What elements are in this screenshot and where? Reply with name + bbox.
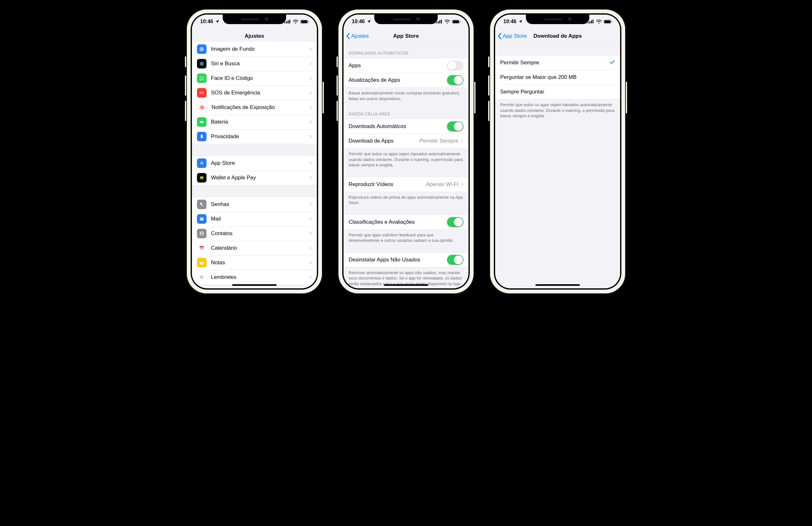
wallpaper-icon bbox=[197, 44, 206, 54]
faceid-icon bbox=[197, 74, 206, 83]
option-label: Sempre Perguntar bbox=[500, 89, 615, 95]
row-label: Downloads Automáticos bbox=[349, 123, 447, 130]
svg-rect-20 bbox=[200, 178, 204, 179]
settings-item-wallpaper[interactable]: Imagem de Fundo bbox=[192, 42, 317, 56]
row-label: Atualizações de Apps bbox=[349, 77, 447, 83]
svg-rect-30 bbox=[200, 261, 204, 262]
options-footer: Permitir que todos os apps sejam baixado… bbox=[495, 100, 620, 122]
svg-rect-47 bbox=[591, 20, 592, 24]
svg-rect-19 bbox=[200, 178, 204, 178]
chevron-right-icon bbox=[309, 61, 312, 66]
row-0-1[interactable]: Atualizações de Apps bbox=[344, 73, 468, 88]
chevron-right-icon bbox=[309, 275, 312, 280]
settings-group-1: App Store Wallet e Apple Pay bbox=[192, 155, 317, 185]
row-1-0[interactable]: Downloads Automáticos bbox=[344, 119, 468, 134]
back-label: App Store bbox=[503, 33, 527, 39]
chevron-right-icon bbox=[309, 246, 312, 250]
settings-item-label: Mail bbox=[211, 216, 309, 222]
home-indicator[interactable] bbox=[384, 284, 428, 286]
toggle-0-0[interactable] bbox=[447, 61, 463, 71]
settings-item-battery[interactable]: Bateria bbox=[192, 115, 317, 129]
nav-bar: Ajustes App Store bbox=[344, 29, 468, 44]
toggle-0-1[interactable] bbox=[447, 75, 463, 85]
toggle-1-0[interactable] bbox=[447, 121, 463, 132]
settings-item-mail[interactable]: Mail bbox=[192, 212, 317, 226]
settings-item-label: SOS de Emergência bbox=[211, 90, 309, 96]
section-group-4: Desinstalar Apps Não Usados bbox=[344, 252, 468, 268]
home-indicator[interactable] bbox=[232, 284, 277, 286]
settings-content[interactable]: Imagem de Fundo Siri e Busca Face ID e C… bbox=[192, 42, 317, 288]
back-button[interactable]: Ajustes bbox=[346, 29, 369, 44]
section-group-3: Classificações e Avaliações bbox=[344, 214, 468, 230]
download-options-content[interactable]: Permitir Sempre Perguntar se Maior que 2… bbox=[495, 44, 620, 288]
settings-item-passwords[interactable]: Senhas bbox=[192, 197, 317, 212]
battery-icon bbox=[604, 20, 612, 24]
section-footer-3: Permitir que apps solicitem feedback par… bbox=[344, 230, 468, 246]
settings-item-sos[interactable]: SOS SOS de Emergência bbox=[192, 86, 317, 100]
toggle-3-0[interactable] bbox=[447, 217, 463, 227]
svg-text:SOS: SOS bbox=[200, 92, 204, 94]
row-0-0[interactable]: Apps bbox=[344, 58, 468, 73]
wallet-icon bbox=[197, 173, 206, 182]
svg-rect-46 bbox=[589, 21, 590, 24]
appstore-content[interactable]: DOWNLOADS AUTOMÁTICOS Apps Atualizações … bbox=[344, 44, 468, 288]
back-button[interactable]: App Store bbox=[498, 29, 527, 44]
settings-item-exposure[interactable]: Notificações de Exposição bbox=[192, 100, 317, 115]
svg-point-8 bbox=[201, 48, 203, 50]
chevron-right-icon bbox=[461, 139, 463, 143]
status-time: 10:46 bbox=[503, 19, 517, 25]
settings-item-privacy[interactable]: Privacidade bbox=[192, 129, 317, 144]
notes-icon bbox=[197, 258, 206, 268]
settings-item-label: Contatos bbox=[211, 230, 309, 237]
settings-item-calendar[interactable]: Calendário bbox=[192, 241, 317, 255]
row-3-0[interactable]: Classificações e Avaliações bbox=[344, 215, 468, 229]
svg-point-37 bbox=[202, 277, 203, 278]
settings-item-notes[interactable]: Notas bbox=[192, 255, 317, 270]
settings-item-siri[interactable]: Siri e Busca bbox=[192, 56, 317, 71]
toggle-4-0[interactable] bbox=[447, 255, 463, 265]
option-1[interactable]: Perguntar se Maior que 200 MB bbox=[495, 70, 620, 85]
row-detail: Permitir Sempre bbox=[419, 138, 458, 144]
row-2-0[interactable]: Reproduzir Vídeos Apenas Wi-Fi bbox=[344, 177, 468, 192]
row-label: Download de Apps bbox=[349, 138, 419, 144]
svg-rect-44 bbox=[460, 21, 461, 22]
home-indicator[interactable] bbox=[535, 284, 580, 286]
settings-item-contacts[interactable]: Contatos bbox=[192, 226, 317, 241]
settings-item-wallet[interactable]: Wallet e Apple Pay bbox=[192, 170, 317, 185]
nav-title: Ajustes bbox=[245, 33, 264, 39]
svg-point-34 bbox=[201, 276, 201, 277]
row-1-1[interactable]: Download de Apps Permitir Sempre bbox=[344, 134, 468, 148]
svg-point-11 bbox=[202, 78, 203, 78]
device-download-apps: 10:46 App Store Download de Apps bbox=[490, 9, 626, 294]
section-group-0: Apps Atualizações de Apps bbox=[344, 58, 468, 88]
svg-point-9 bbox=[200, 62, 204, 65]
svg-rect-18 bbox=[200, 177, 204, 178]
settings-item-appstore[interactable]: App Store bbox=[192, 156, 317, 170]
option-2[interactable]: Sempre Perguntar bbox=[495, 85, 620, 99]
option-label: Permitir Sempre bbox=[500, 60, 609, 66]
section-header-0: DOWNLOADS AUTOMÁTICOS bbox=[344, 44, 468, 58]
settings-item-label: Privacidade bbox=[211, 133, 309, 140]
svg-rect-33 bbox=[200, 275, 204, 280]
location-icon bbox=[518, 19, 523, 24]
option-0[interactable]: Permitir Sempre bbox=[495, 56, 620, 70]
passwords-icon bbox=[197, 200, 206, 209]
mail-icon bbox=[197, 214, 206, 224]
chevron-right-icon bbox=[309, 91, 312, 95]
section-footer-0: Baixar automaticamente novas compras (in… bbox=[344, 88, 468, 105]
settings-item-label: Bateria bbox=[211, 119, 309, 125]
svg-rect-27 bbox=[200, 248, 204, 249]
svg-rect-38 bbox=[436, 22, 437, 24]
settings-item-faceid[interactable]: Face ID e Código bbox=[192, 71, 317, 86]
svg-rect-50 bbox=[604, 20, 611, 23]
row-label: Apps bbox=[349, 62, 447, 69]
section-group-2: Reproduzir Vídeos Apenas Wi-Fi bbox=[344, 177, 468, 192]
options-group: Permitir Sempre Perguntar se Maior que 2… bbox=[495, 55, 620, 100]
section-footer-1: Permitir que todos os apps sejam baixado… bbox=[344, 149, 468, 171]
row-4-0[interactable]: Desinstalar Apps Não Usados bbox=[344, 253, 468, 267]
chevron-right-icon bbox=[309, 217, 312, 221]
settings-item-reminders[interactable]: Lembretes bbox=[192, 270, 317, 285]
nav-title: App Store bbox=[393, 33, 419, 39]
row-label: Classificações e Avaliações bbox=[349, 219, 447, 225]
settings-item-label: Siri e Busca bbox=[211, 61, 309, 67]
